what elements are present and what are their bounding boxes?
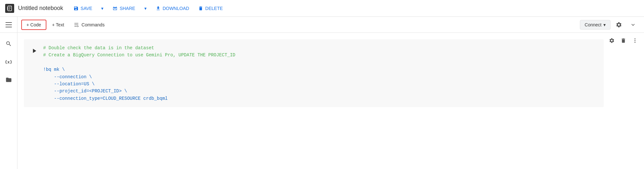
search-icon	[5, 41, 12, 47]
share-dropdown-button[interactable]: ▾	[140, 4, 150, 13]
download-label: DOWNLOAD	[163, 6, 189, 11]
secondary-toolbar: + Code + Text Commands Connect ▾	[0, 17, 644, 33]
code-command: !bq mk \ --connection \ --location=US \ …	[43, 67, 168, 101]
code-comment-1: # Double check the data is in the datase…	[43, 45, 235, 58]
sidebar: {x}	[0, 33, 17, 169]
add-text-button[interactable]: + Text	[48, 20, 69, 29]
code-cell[interactable]: # Double check the data is in the datase…	[24, 39, 604, 107]
gear-icon	[616, 22, 622, 28]
connect-button[interactable]: Connect ▾	[580, 20, 610, 30]
connect-label: Connect	[585, 22, 601, 27]
add-code-label: + Code	[26, 22, 41, 27]
top-actions: SAVE ▾ SHARE ▾ DOWNLOAD DELETE	[70, 4, 226, 13]
download-button[interactable]: DOWNLOAD	[152, 4, 193, 13]
add-code-button[interactable]: + Code	[21, 20, 46, 30]
share-dropdown-icon: ▾	[144, 6, 147, 11]
variables-icon: {x}	[5, 60, 12, 64]
add-text-label: + Text	[52, 22, 64, 27]
sidebar-item-files[interactable]	[3, 74, 14, 86]
chevron-down-icon	[630, 22, 636, 28]
commands-label: Commands	[82, 22, 105, 27]
sidebar-item-search[interactable]	[3, 38, 14, 50]
share-icon	[112, 6, 118, 11]
toolbar-right: Connect ▾	[580, 19, 644, 31]
share-button[interactable]: SHARE	[109, 4, 139, 13]
delete-label: DELETE	[205, 6, 223, 11]
play-icon	[31, 47, 38, 54]
save-label: SAVE	[81, 6, 92, 11]
save-button[interactable]: SAVE	[70, 4, 96, 13]
collapse-button[interactable]	[627, 19, 639, 31]
code-cell-container: # Double check the data is in the datase…	[24, 39, 644, 107]
hamburger-icon	[5, 22, 12, 27]
commands-button[interactable]: Commands	[70, 20, 109, 29]
code-content[interactable]: # Double check the data is in the datase…	[43, 44, 235, 102]
connect-dropdown-icon: ▾	[603, 22, 606, 27]
notebook-title: Untitled notebook	[18, 5, 63, 12]
notebook-icon	[5, 4, 14, 13]
share-label: SHARE	[120, 6, 135, 11]
sidebar-toggle-button[interactable]	[0, 17, 17, 33]
toolbar-actions: + Code + Text Commands	[17, 20, 580, 30]
main-layout: {x}	[0, 33, 644, 169]
folder-icon	[5, 77, 12, 83]
settings-button[interactable]	[613, 19, 625, 31]
save-dropdown-button[interactable]: ▾	[97, 4, 107, 13]
delete-icon	[198, 6, 203, 11]
download-icon	[156, 6, 161, 11]
sidebar-item-variables[interactable]: {x}	[3, 56, 14, 68]
run-cell-button[interactable]	[29, 46, 39, 56]
top-bar: Untitled notebook SAVE ▾ SHARE ▾ DOWNLOA…	[0, 0, 644, 17]
svg-rect-4	[7, 7, 8, 10]
save-icon	[73, 6, 79, 11]
content-area: # Double check the data is in the datase…	[17, 33, 644, 169]
save-dropdown-icon: ▾	[101, 6, 103, 11]
delete-button[interactable]: DELETE	[194, 4, 226, 13]
commands-icon	[74, 23, 80, 27]
